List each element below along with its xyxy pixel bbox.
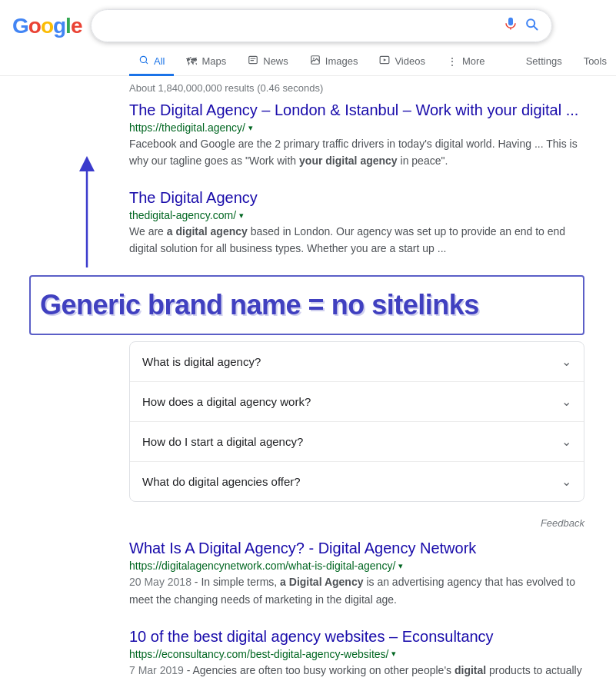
logo-e: e bbox=[71, 14, 82, 38]
more-result-item-1: What Is A Digital Agency? - Digital Agen… bbox=[129, 538, 584, 607]
more-dots-icon: ⋮ bbox=[447, 55, 458, 68]
tab-images[interactable]: Images bbox=[301, 48, 368, 76]
maps-icon: 🗺 bbox=[186, 55, 197, 68]
result-title-2[interactable]: The Digital Agency bbox=[129, 189, 258, 206]
annotation-container: Generic brand name = no sitelinks bbox=[29, 275, 584, 335]
search-bar: the digital agency bbox=[91, 9, 552, 42]
logo-o1: o bbox=[28, 14, 41, 38]
more-result-snippet-2: 7 Mar 2019 - Agencies are often too busy… bbox=[129, 662, 584, 681]
tools-label: Tools bbox=[584, 55, 607, 67]
more-url-arrow-2[interactable]: ▾ bbox=[391, 649, 396, 659]
more-result-url-1: https://digitalagencynetwork.com/what-is… bbox=[129, 560, 395, 572]
faq-question-2: How does a digital agency work? bbox=[142, 395, 311, 408]
faq-item-2[interactable]: How does a digital agency work? ⌄ bbox=[130, 382, 584, 422]
result-url-2: thedigital-agency.com/ bbox=[129, 209, 236, 221]
tab-maps-label: Maps bbox=[201, 55, 226, 67]
svg-point-3 bbox=[313, 58, 315, 59]
tab-more[interactable]: ⋮ More bbox=[438, 49, 494, 76]
search-input[interactable]: the digital agency bbox=[104, 19, 498, 33]
faq-section: What is digital agency? ⌄ How does a dig… bbox=[129, 341, 584, 502]
result-url-row-2: thedigital-agency.com/ ▾ bbox=[129, 209, 584, 221]
more-result-item-2: 10 of the best digital agency websites –… bbox=[129, 626, 584, 681]
results-count: About 1,840,000,000 results (0.46 second… bbox=[0, 76, 616, 100]
result-title-1[interactable]: The Digital Agency – London & Istanbul –… bbox=[129, 101, 578, 118]
settings-link[interactable]: Settings bbox=[517, 49, 571, 75]
images-icon bbox=[310, 55, 321, 68]
annotation-arrow bbox=[75, 156, 98, 271]
faq-question-4: What do digital agencies offer? bbox=[142, 475, 301, 488]
tab-videos-label: Videos bbox=[395, 55, 425, 67]
result-item-1: The Digital Agency – London & Istanbul –… bbox=[129, 100, 584, 169]
google-logo: Google bbox=[12, 14, 82, 38]
faq-question-3: How do I start a digital agency? bbox=[142, 435, 303, 448]
result-date-2: 7 Mar 2019 bbox=[129, 664, 184, 676]
tools-link[interactable]: Tools bbox=[574, 49, 616, 75]
result-url-1: https://thedigital.agency/ bbox=[129, 121, 245, 134]
result-date-1: 20 May 2018 bbox=[129, 576, 191, 588]
logo-l: l bbox=[65, 14, 71, 38]
url-dropdown-arrow-2[interactable]: ▾ bbox=[239, 211, 244, 221]
faq-chevron-3: ⌄ bbox=[561, 434, 571, 449]
faq-question-1: What is digital agency? bbox=[142, 355, 261, 368]
svg-point-0 bbox=[140, 56, 146, 62]
feedback-link[interactable]: Feedback bbox=[129, 514, 584, 538]
tab-all[interactable]: All bbox=[129, 48, 174, 76]
more-result-title-1[interactable]: What Is A Digital Agency? - Digital Agen… bbox=[129, 540, 476, 556]
logo-g: G bbox=[12, 14, 28, 38]
all-icon bbox=[138, 55, 149, 68]
logo-o2: o bbox=[41, 14, 53, 38]
videos-icon bbox=[379, 55, 390, 68]
tab-news[interactable]: News bbox=[238, 48, 298, 76]
mic-icon[interactable] bbox=[504, 17, 518, 35]
faq-item-4[interactable]: What do digital agencies offer? ⌄ bbox=[130, 462, 584, 501]
result-snippet-1: Facebook and Google are the 2 primary tr… bbox=[129, 135, 584, 169]
header: Google the digital agency bbox=[0, 0, 616, 42]
settings-label: Settings bbox=[526, 55, 562, 67]
more-result-url-2: https://econsultancy.com/best-digital-ag… bbox=[129, 648, 388, 660]
faq-item-1[interactable]: What is digital agency? ⌄ bbox=[130, 342, 584, 382]
more-result-snippet-1: 20 May 2018 - In simple terms, a Digital… bbox=[129, 573, 584, 607]
more-result-url-row-1: https://digitalagencynetwork.com/what-is… bbox=[129, 560, 584, 572]
annotation-text: Generic brand name = no sitelinks bbox=[40, 289, 479, 321]
more-url-arrow-1[interactable]: ▾ bbox=[398, 561, 403, 571]
tab-news-label: News bbox=[263, 55, 288, 67]
results-area: The Digital Agency – London & Istanbul –… bbox=[0, 100, 584, 681]
tab-images-label: Images bbox=[325, 55, 358, 67]
result-url-row-1: https://thedigital.agency/ ▾ bbox=[129, 121, 584, 134]
url-dropdown-arrow-1[interactable]: ▾ bbox=[248, 123, 253, 133]
logo-g2: g bbox=[53, 14, 65, 38]
more-result-title-2[interactable]: 10 of the best digital agency websites –… bbox=[129, 628, 494, 645]
faq-chevron-4: ⌄ bbox=[561, 474, 571, 489]
search-button[interactable] bbox=[524, 16, 539, 35]
tab-videos[interactable]: Videos bbox=[370, 48, 435, 76]
faq-item-3[interactable]: How do I start a digital agency? ⌄ bbox=[130, 422, 584, 462]
annotation-box: Generic brand name = no sitelinks bbox=[29, 275, 584, 335]
tab-all-label: All bbox=[154, 55, 165, 67]
nav-settings-area: Settings Tools bbox=[517, 49, 616, 75]
more-result-url-row-2: https://econsultancy.com/best-digital-ag… bbox=[129, 648, 584, 660]
nav-tabs: All 🗺 Maps News Images Videos ⋮ More Set… bbox=[0, 42, 616, 76]
result-item-2: The Digital Agency thedigital-agency.com… bbox=[129, 188, 584, 257]
result-snippet-2: We are a digital agency based in London.… bbox=[129, 223, 584, 257]
tab-more-label: More bbox=[462, 55, 485, 67]
news-icon bbox=[248, 55, 258, 68]
tab-maps[interactable]: 🗺 Maps bbox=[177, 49, 235, 76]
faq-chevron-1: ⌄ bbox=[561, 354, 571, 369]
faq-chevron-2: ⌄ bbox=[561, 394, 571, 409]
